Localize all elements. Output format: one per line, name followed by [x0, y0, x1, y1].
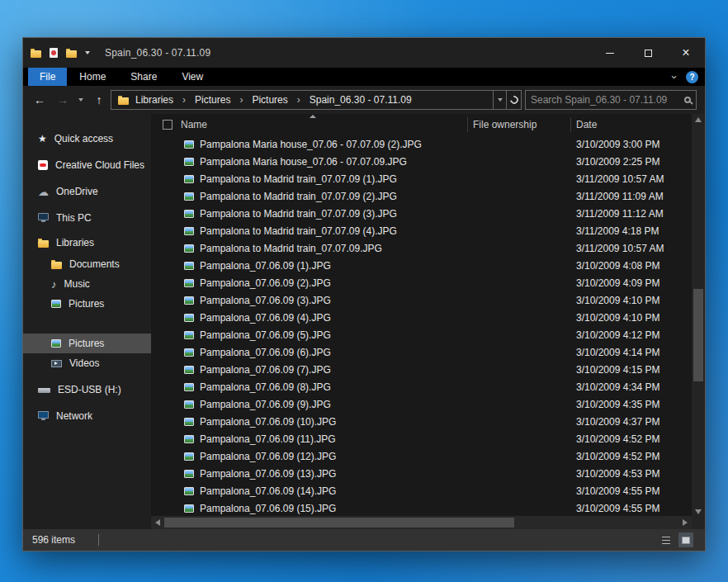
file-date: 3/10/2009 4:10 PM [576, 295, 659, 306]
file-row[interactable]: Pampalona_07.06.09 (1).JPG3/10/2009 4:08… [151, 257, 692, 274]
file-row[interactable]: Pampalona_07.06.09 (5).JPG3/10/2009 4:12… [151, 326, 692, 343]
search-icon[interactable] [684, 97, 691, 103]
image-file-icon [184, 314, 194, 322]
file-row[interactable]: Pampalona_07.06.09 (2).JPG3/10/2009 4:09… [151, 274, 692, 291]
tab-file-label: File [40, 71, 55, 83]
large-icons-view-button[interactable] [678, 532, 693, 547]
scroll-up-icon[interactable] [695, 117, 702, 122]
search-input[interactable] [531, 94, 684, 106]
sidebar-item-documents[interactable]: Documents [23, 254, 151, 274]
minimize-button[interactable] [591, 38, 629, 68]
sidebar-item-libraries[interactable]: Libraries [23, 233, 151, 253]
address-dropdown-button[interactable] [494, 90, 507, 110]
vertical-scrollbar[interactable] [692, 114, 705, 518]
breadcrumb-current-folder[interactable]: Spain_06.30 - 07.11.09 [308, 94, 414, 106]
details-view-icon [662, 537, 670, 544]
address-bar[interactable]: Libraries › Pictures › Pictures › Spain_… [111, 90, 494, 110]
breadcrumb-pictures[interactable]: Pictures [193, 94, 232, 106]
file-row[interactable]: Pampalona_07.06.09 (7).JPG3/10/2009 4:15… [151, 361, 692, 378]
file-row[interactable]: Pampalona to Madrid train_07.07.09 (3).J… [151, 205, 692, 222]
file-row[interactable]: Pampalona Maria house_07.06 - 07.07.09 (… [151, 135, 692, 153]
file-row[interactable]: Pampalona_07.06.09 (14).JPG3/10/2009 4:5… [151, 482, 692, 499]
select-all-checkbox[interactable] [163, 120, 173, 130]
file-row[interactable]: Pampalona_07.06.09 (13).JPG3/10/2009 4:5… [151, 465, 692, 482]
file-row[interactable]: Pampalona_07.06.09 (3).JPG3/10/2009 4:10… [151, 291, 692, 309]
sidebar-item-quick-access[interactable]: ★ Quick access [23, 129, 151, 149]
image-file-icon [184, 383, 194, 391]
maximize-button[interactable] [629, 38, 667, 68]
scroll-right-icon[interactable] [683, 519, 688, 526]
title-bar: Spain_06.30 - 07.11.09 × [23, 38, 705, 68]
file-row[interactable]: Pampalona_07.06.09 (11).JPG3/10/2009 4:5… [151, 430, 692, 447]
tab-share[interactable]: Share [118, 68, 169, 86]
videos-icon [51, 360, 62, 367]
breadcrumb-separator: › [295, 94, 303, 106]
file-row[interactable]: Pampalona_07.06.09 (9).JPG3/10/2009 4:35… [151, 395, 692, 413]
back-button[interactable]: ← [30, 86, 50, 114]
up-button[interactable]: ↑ [89, 86, 109, 114]
column-header-date[interactable]: Date [576, 119, 597, 130]
column-header-name[interactable]: Name [181, 119, 207, 130]
file-row[interactable]: Pampalona to Madrid train_07.07.09 (2).J… [151, 187, 692, 205]
scroll-left-icon[interactable] [155, 519, 160, 526]
file-row[interactable]: Pampalona to Madrid train_07.07.09.JPG3/… [151, 239, 692, 257]
file-row[interactable]: Pampalona to Madrid train_07.07.09 (1).J… [151, 170, 692, 187]
sidebar-item-pictures-selected[interactable]: Pictures [23, 334, 151, 353]
file-row[interactable]: Pampalona to Madrid train_07.07.09 (4).J… [151, 222, 692, 239]
horizontal-scrollbar[interactable] [151, 516, 692, 529]
qat-new-folder-icon[interactable] [66, 50, 77, 58]
sidebar-item-this-pc[interactable]: This PC [23, 208, 151, 228]
breadcrumb-separator: › [237, 94, 245, 106]
file-date: 3/10/2009 2:25 PM [576, 156, 659, 168]
column-header-file-ownership[interactable]: File ownership [473, 119, 537, 130]
image-file-icon [184, 210, 194, 218]
tab-share-label: Share [130, 71, 157, 83]
qat-customize-chevron-icon[interactable] [85, 51, 90, 54]
sidebar-item-creative-cloud-files[interactable]: Creative Cloud Files [23, 155, 151, 175]
file-row[interactable]: Pampalona Maria house_07.06 - 07.07.09.J… [151, 153, 692, 170]
thumbnails-view-icon [682, 537, 690, 544]
forward-button[interactable]: → [53, 86, 73, 114]
sidebar-item-pictures[interactable]: Pictures [23, 294, 151, 314]
horizontal-scrollbar-thumb[interactable] [164, 518, 514, 528]
file-row[interactable]: Pampalona_07.06.09 (10).JPG3/10/2009 4:3… [151, 413, 692, 430]
vertical-scrollbar-thumb[interactable] [693, 289, 703, 381]
close-button[interactable]: × [667, 38, 705, 68]
sidebar-item-label: Videos [69, 357, 99, 369]
file-row[interactable]: Pampalona_07.06.09 (4).JPG3/10/2009 4:10… [151, 309, 692, 326]
file-name: Pampalona_07.06.09 (9).JPG [200, 399, 331, 410]
image-file-icon [184, 435, 194, 443]
tab-file[interactable]: File [28, 68, 67, 86]
file-date: 3/10/2009 4:09 PM [576, 277, 659, 289]
file-date: 3/10/2009 4:55 PM [576, 503, 659, 514]
expand-ribbon-chevron-icon[interactable]: › [668, 75, 680, 78]
file-row[interactable]: Pampalona_07.06.09 (15).JPG3/10/2009 4:5… [151, 499, 692, 517]
column-divider[interactable] [467, 117, 468, 132]
tab-home[interactable]: Home [67, 68, 118, 86]
sidebar-item-videos[interactable]: Videos [23, 353, 151, 373]
file-row[interactable]: Pampalona_07.06.09 (12).JPG3/10/2009 4:5… [151, 447, 692, 465]
column-divider[interactable] [570, 117, 571, 132]
file-date: 3/11/2009 11:12 AM [576, 208, 664, 220]
file-row[interactable]: Pampalona_07.06.09 (6).JPG3/10/2009 4:14… [151, 343, 692, 361]
file-list-pane: Name File ownership Date Pampalona Maria… [151, 114, 705, 529]
breadcrumb-libraries[interactable]: Libraries [134, 94, 175, 106]
breadcrumb-folder-icon [118, 97, 129, 105]
file-date: 3/10/2009 4:35 PM [576, 399, 659, 410]
chevron-down-icon [498, 98, 503, 102]
sort-ascending-icon [310, 115, 316, 118]
sidebar-item-network[interactable]: Network [23, 406, 151, 426]
file-name: Pampalona_07.06.09 (14).JPG [200, 485, 336, 497]
scroll-down-icon[interactable] [695, 509, 702, 514]
recent-locations-button[interactable] [74, 86, 87, 114]
sidebar-item-onedrive[interactable]: ☁ OneDrive [23, 182, 151, 201]
file-row[interactable]: Pampalona_07.06.09 (8).JPG3/10/2009 4:34… [151, 378, 692, 395]
qat-properties-icon[interactable] [50, 48, 58, 58]
breadcrumb-pictures-2[interactable]: Pictures [250, 94, 289, 106]
details-view-button[interactable] [659, 532, 674, 547]
sidebar-item-esd-usb[interactable]: ESD-USB (H:) [23, 380, 151, 400]
help-button[interactable]: ? [686, 71, 698, 83]
tab-view[interactable]: View [169, 68, 215, 86]
refresh-button[interactable] [507, 90, 522, 110]
sidebar-item-music[interactable]: ♪ Music [23, 274, 151, 294]
